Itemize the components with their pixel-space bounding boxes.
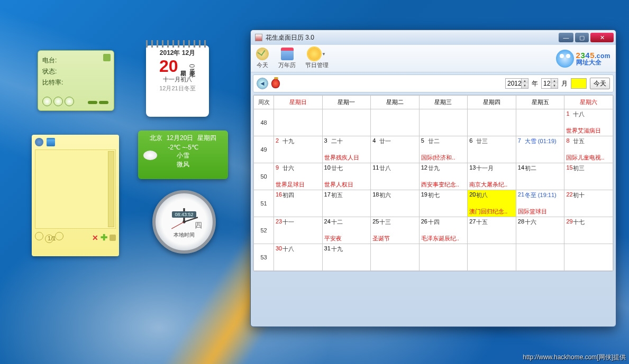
- play-button[interactable]: [42, 97, 52, 106]
- calendar-cell[interactable]: [564, 244, 613, 271]
- calendar-cell[interactable]: 25十三圣诞节: [371, 217, 420, 244]
- calendar-cell[interactable]: 13十一月南京大屠杀纪..: [468, 163, 516, 190]
- notes-menu-icon[interactable]: [110, 235, 116, 241]
- calendar-icon: [281, 48, 294, 60]
- calendar-cell[interactable]: 27十五: [468, 217, 516, 244]
- nav-back-button[interactable]: ◄: [257, 78, 268, 89]
- day-number: 28: [518, 218, 524, 225]
- window-title: 花生桌面日历 3.0: [266, 33, 314, 42]
- calendar-cell[interactable]: 3二十世界残疾人日: [322, 136, 371, 163]
- calendar-cell[interactable]: 7大雪 (01:19): [516, 136, 564, 163]
- week-number: 50: [254, 163, 274, 190]
- calendar-cell[interactable]: 15初三: [564, 163, 613, 190]
- day-number: 19: [421, 191, 427, 198]
- next-note-button[interactable]: [55, 232, 63, 240]
- next-button[interactable]: [65, 97, 74, 106]
- calendar-cell[interactable]: 18初六: [371, 190, 420, 217]
- calendar-cell[interactable]: 31十九: [322, 244, 371, 271]
- radio-menu-icon[interactable]: [103, 54, 111, 61]
- today-icon: [256, 48, 269, 60]
- toolbar-today[interactable]: 今天: [256, 48, 269, 69]
- settings-icon[interactable]: [35, 138, 43, 146]
- month-up[interactable]: ▲: [551, 79, 558, 83]
- day-number: 31: [324, 245, 331, 251]
- calendar-cell[interactable]: 11廿八: [371, 163, 420, 190]
- day-note: 平安夜: [324, 235, 370, 242]
- calendar-cell[interactable]: 30十八: [274, 244, 323, 271]
- date-navbar: ◄ ▲▼ 年 ▲▼ 月 今天: [253, 74, 614, 92]
- toolbar-festival[interactable]: ▼ 节日管理: [305, 48, 329, 69]
- year-up[interactable]: ▲: [521, 79, 528, 83]
- brand-slogan: 网址大全: [576, 59, 610, 66]
- lantern-icon[interactable]: [271, 79, 280, 88]
- calendar-cell[interactable]: [371, 244, 420, 271]
- add-note-button[interactable]: ✚: [101, 232, 107, 242]
- calendar-cell[interactable]: 9廿六世界足球日: [274, 163, 323, 190]
- calendar-cell[interactable]: 16初四: [274, 190, 323, 217]
- calendar-cell[interactable]: 5廿二国际(经济和..: [419, 136, 468, 163]
- day-number: 6: [469, 137, 472, 144]
- calendar-cell[interactable]: 23十一: [274, 217, 323, 244]
- calendar-cell[interactable]: 28十六: [516, 217, 564, 244]
- day-number: 22: [566, 191, 572, 198]
- day-note: 毛泽东诞辰纪..: [421, 235, 467, 242]
- day-number: 14: [518, 164, 524, 171]
- header-wed: 星期三: [419, 96, 468, 109]
- clock-digital: 08:43:52: [172, 211, 196, 218]
- calendar-cell[interactable]: 1十八世界艾滋病日: [564, 109, 613, 136]
- delete-note-button[interactable]: ✕: [92, 234, 98, 242]
- year-down[interactable]: ▼: [521, 83, 528, 88]
- calendar-cell[interactable]: 4廿一: [371, 136, 420, 163]
- calendar-cell[interactable]: [322, 109, 371, 136]
- calendar-cell[interactable]: [274, 109, 323, 136]
- volume-down-button[interactable]: [88, 101, 97, 104]
- calendar-cell[interactable]: 21冬至 (19:11)国际篮球日: [516, 190, 564, 217]
- toolbar-calendar[interactable]: 万年历: [278, 48, 296, 69]
- calendar-cell[interactable]: 24十二平安夜: [322, 217, 371, 244]
- prev-button[interactable]: [53, 97, 63, 106]
- calendar-window: 花生桌面日历 3.0 — ▢ ✕ 今天 万年历 ▼ 节日管理 2345.com …: [250, 30, 616, 327]
- calendar-cell[interactable]: 14初二: [516, 163, 564, 190]
- calendar-cell[interactable]: [419, 109, 468, 136]
- titlebar[interactable]: 花生桌面日历 3.0 — ▢ ✕: [251, 30, 616, 45]
- prev-note-button[interactable]: [35, 232, 43, 240]
- day-lunar: 初三: [573, 164, 585, 172]
- volume-up-button[interactable]: [99, 101, 108, 104]
- calendar-cell[interactable]: [419, 244, 468, 271]
- calendar-cell[interactable]: [516, 244, 564, 271]
- goto-today-button[interactable]: 今天: [590, 78, 610, 89]
- brand-logo[interactable]: 2345.com 网址大全: [556, 50, 610, 68]
- day-lunar: 初二: [525, 164, 536, 172]
- calendar-cell[interactable]: 2十九: [274, 136, 323, 163]
- calendar-cell[interactable]: 19初七: [419, 190, 468, 217]
- save-icon[interactable]: [47, 138, 55, 146]
- close-button[interactable]: ✕: [590, 33, 614, 42]
- calendar-cell[interactable]: 12廿九西安事变纪念..: [419, 163, 468, 190]
- highlight-color-swatch[interactable]: [571, 78, 587, 89]
- calendar-cell[interactable]: 8廿五国际儿童电视..: [564, 136, 613, 163]
- calendar-cell[interactable]: 10廿七世界人权日: [322, 163, 371, 190]
- calendar-cell[interactable]: [468, 244, 516, 271]
- maximize-button[interactable]: ▢: [575, 33, 589, 42]
- header-mon: 星期一: [322, 96, 371, 109]
- month-down[interactable]: ▼: [551, 83, 558, 88]
- calendar-cell[interactable]: [468, 109, 516, 136]
- notes-textarea[interactable]: [35, 150, 116, 229]
- calendar-cell[interactable]: [371, 109, 420, 136]
- calendar-cell[interactable]: 17初五: [322, 190, 371, 217]
- day-note: 国际篮球日: [518, 208, 563, 216]
- calendar-cell[interactable]: [516, 109, 564, 136]
- calendar-cell[interactable]: 6廿三: [468, 136, 516, 163]
- calendar-cell[interactable]: 29十七: [564, 217, 613, 244]
- calendar-cell[interactable]: 26十四毛泽东诞辰纪..: [419, 217, 468, 244]
- radio-gadget: 电台: 状态: 比特率:: [38, 50, 114, 111]
- weather-date: 12月20日: [167, 134, 194, 143]
- minimize-button[interactable]: —: [559, 33, 573, 42]
- day-lunar: 十八: [573, 110, 585, 118]
- header-sat: 星期六: [564, 96, 613, 109]
- calendar-cell[interactable]: 20初八澳门回归纪念..: [468, 190, 516, 217]
- day-lunar: 廿三: [476, 137, 488, 145]
- calendar-cell[interactable]: 22初十: [564, 190, 613, 217]
- header-week: 周次: [254, 96, 274, 109]
- header-fri: 星期五: [516, 96, 564, 109]
